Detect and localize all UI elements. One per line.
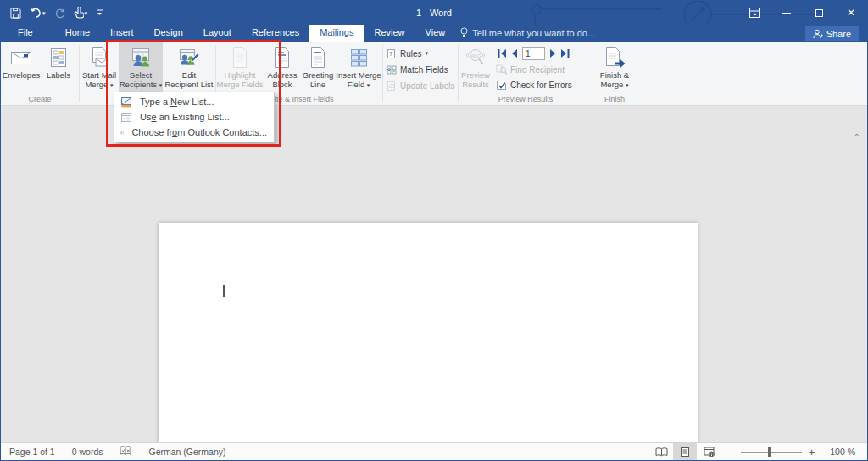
highlight-merge-fields-icon [231, 45, 249, 70]
check-for-errors-button[interactable]: Check for Errors [492, 77, 572, 92]
touch-mode-caret[interactable]: ▾ [85, 10, 88, 16]
menu-item-type-new-list[interactable]: Type a New List... [114, 94, 274, 109]
highlight-merge-fields-button[interactable]: Highlight Merge Fields [216, 42, 264, 94]
tell-me-box[interactable]: Tell me what you want to do... [455, 25, 604, 42]
close-icon: ✕ [847, 8, 855, 18]
select-recipients-icon [130, 45, 152, 70]
read-mode-button[interactable] [649, 443, 673, 460]
customize-qat-icon [96, 8, 103, 17]
finish-merge-caret: ▾ [626, 82, 629, 88]
zoom-slider[interactable]: – + [727, 446, 815, 458]
page-indicator[interactable]: Page 1 of 1 [1, 447, 64, 457]
greeting-line-label2: Line [310, 80, 326, 89]
address-block-button[interactable]: Address Block [264, 42, 301, 94]
menu-item-label: Use an Existing List... [140, 112, 230, 122]
proofing-status-button[interactable] [111, 446, 140, 458]
zoom-out-button[interactable]: – [727, 446, 733, 458]
minimize-button[interactable] [771, 1, 803, 25]
document-page[interactable] [159, 223, 698, 461]
tab-review[interactable]: Review [364, 25, 415, 42]
tab-insert[interactable]: Insert [100, 25, 144, 42]
zoom-percentage[interactable]: 100 % [821, 447, 867, 457]
maximize-icon [815, 9, 823, 17]
save-button[interactable] [8, 3, 24, 22]
previous-record-button[interactable] [511, 49, 518, 58]
address-block-icon [273, 45, 292, 70]
menu-item-label: Choose from Outlook Contacts... [131, 127, 267, 137]
web-layout-button[interactable] [697, 443, 721, 460]
labels-icon [49, 45, 68, 70]
update-labels-icon [387, 81, 397, 92]
match-fields-button[interactable]: Match Fields [383, 62, 458, 77]
finish-and-merge-icon [604, 45, 626, 70]
preview-results-button[interactable]: ABC Preview Results [459, 42, 492, 94]
collapse-ribbon-button[interactable]: ⌃ [854, 132, 860, 142]
address-block-label1: Address [268, 70, 298, 80]
group-finish: Finish & Merge ▾ Finish [593, 42, 636, 105]
redo-icon [54, 8, 65, 19]
touch-mouse-mode-button[interactable]: ▾ [71, 3, 91, 22]
start-mail-merge-caret: ▾ [110, 82, 114, 88]
greeting-line-icon [309, 45, 327, 70]
update-labels-button[interactable]: Update Labels [383, 78, 458, 93]
zoom-in-button[interactable]: + [809, 446, 815, 458]
tab-layout[interactable]: Layout [193, 25, 242, 42]
record-number-input[interactable] [522, 47, 545, 60]
tab-view[interactable]: View [415, 25, 456, 42]
rules-caret: ▾ [426, 50, 429, 57]
undo-button[interactable]: ▾ [27, 3, 48, 22]
group-rules-stack: ? Rules ▾ Match Fields Update Labels [383, 42, 458, 105]
last-record-button[interactable] [560, 49, 570, 58]
finish-and-merge-button[interactable]: Finish & Merge ▾ [594, 42, 635, 94]
ribbon-display-options-button[interactable] [738, 1, 771, 25]
greeting-line-label1: Greeting [303, 70, 333, 80]
envelopes-button[interactable]: Envelopes [1, 42, 42, 94]
customize-qat-button[interactable] [93, 3, 106, 22]
language-indicator[interactable]: German (Germany) [140, 447, 234, 457]
tab-design[interactable]: Design [144, 25, 193, 42]
tab-home[interactable]: Home [55, 25, 100, 42]
menu-item-label: Type a New List... [140, 97, 214, 107]
labels-label: Labels [47, 70, 70, 80]
svg-text:?: ? [389, 50, 393, 58]
envelope-icon [10, 45, 32, 70]
start-mail-merge-label2: Merge ▾ [85, 80, 113, 90]
envelopes-label: Envelopes [3, 70, 40, 80]
zoom-track[interactable] [741, 452, 802, 453]
share-person-icon [813, 29, 823, 39]
highlight-merge-fields-label1: Highlight [225, 70, 256, 80]
status-bar-right: – + 100 % [649, 443, 867, 460]
find-recipient-button[interactable]: Find Recipient [492, 62, 572, 77]
preview-results-label1: Preview [461, 70, 490, 80]
tab-file[interactable]: File [8, 25, 43, 42]
menu-item-use-existing-list[interactable]: Use an Existing List... [114, 109, 274, 125]
status-bar: Page 1 of 1 0 words German (Germany) – +… [1, 442, 867, 460]
ribbon-display-options-icon [749, 8, 760, 18]
print-layout-button[interactable] [673, 443, 697, 460]
share-label: Share [826, 29, 851, 39]
redo-button[interactable] [52, 3, 68, 22]
tab-references[interactable]: References [242, 25, 309, 42]
close-button[interactable]: ✕ [835, 1, 867, 25]
undo-icon [30, 8, 42, 18]
menu-item-choose-outlook-contacts[interactable]: Choose from Outlook Contacts... [114, 125, 274, 140]
greeting-line-button[interactable]: Greeting Line [301, 42, 335, 94]
word-count[interactable]: 0 words [64, 447, 112, 457]
match-fields-icon [387, 64, 397, 75]
undo-dropdown-caret[interactable]: ▾ [42, 10, 46, 16]
tab-mailings[interactable]: Mailings [309, 25, 364, 42]
rules-icon: ? [387, 48, 397, 59]
start-mail-merge-icon [89, 45, 109, 70]
insert-merge-field-button[interactable]: Insert Merge Field ▾ [335, 42, 382, 94]
insert-merge-field-label2: Field ▾ [348, 80, 370, 90]
labels-button[interactable]: Labels [42, 42, 75, 94]
share-button[interactable]: Share [805, 26, 859, 41]
word-window: ▾ ▾ 1 - Word ✕ File Home Inser [0, 0, 868, 461]
rules-button[interactable]: ? Rules ▾ [383, 46, 458, 61]
select-recipients-menu: Type a New List... Use an Existing List.… [114, 92, 275, 142]
maximize-button[interactable] [803, 1, 835, 25]
finish-merge-label1: Finish & [600, 70, 629, 80]
zoom-thumb[interactable] [768, 447, 771, 457]
next-record-button[interactable] [549, 49, 556, 58]
first-record-button[interactable] [498, 49, 507, 58]
